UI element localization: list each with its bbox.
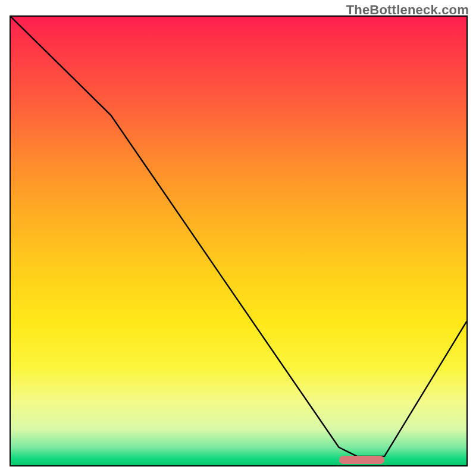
chart-stage: TheBottleneck.com [0, 0, 476, 476]
bottleneck-curve-path [11, 17, 466, 456]
optimal-range-marker [339, 456, 385, 464]
chart-plot-area [10, 15, 468, 466]
chart-curve-svg [11, 17, 466, 465]
